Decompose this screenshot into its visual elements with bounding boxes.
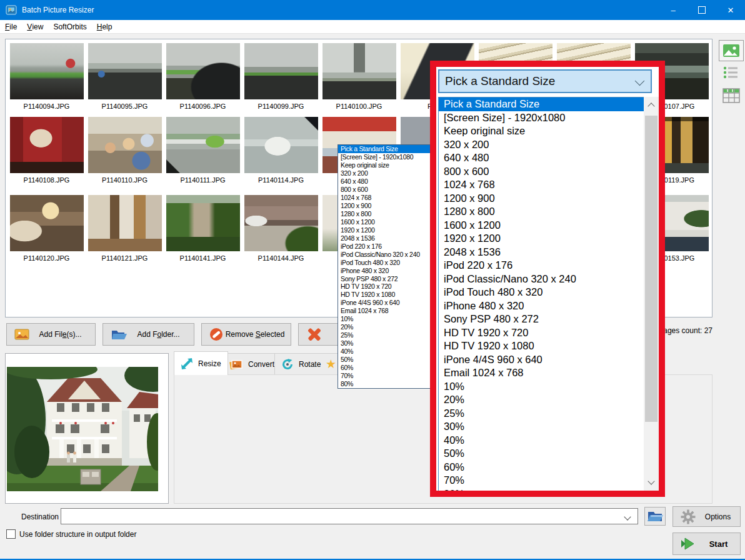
size-option[interactable]: iPone 4/4S 960 x 640: [439, 353, 654, 367]
maximize-button[interactable]: [688, 0, 716, 20]
thumbnail-item[interactable]: P1140114.JPG: [242, 117, 320, 184]
size-option[interactable]: Pick a Standard Size: [338, 145, 430, 153]
size-option[interactable]: 1024 x 768: [439, 178, 654, 192]
size-option[interactable]: 50%: [439, 447, 654, 461]
thumbnail-image[interactable]: [166, 43, 240, 99]
thumbnail-image[interactable]: [244, 195, 318, 251]
overlay-standard-size-combobox[interactable]: Pick a Standard Size: [438, 69, 652, 93]
thumbnail-item[interactable]: P1140108.JPG: [8, 117, 86, 184]
close-button[interactable]: ✕: [716, 0, 745, 20]
size-option[interactable]: Email 1024 x 768: [338, 307, 430, 315]
thumbnail-item[interactable]: P1140111.JPG: [164, 117, 242, 184]
size-option[interactable]: HD TV 1920 x 720: [439, 326, 654, 340]
size-option[interactable]: 1920 x 1200: [338, 226, 430, 234]
add-files-button[interactable]: Add File(s)...: [6, 323, 96, 346]
overlay-scrollbar[interactable]: [644, 97, 659, 491]
thumbnail-image[interactable]: [244, 117, 318, 173]
size-option[interactable]: 640 x 480: [338, 178, 430, 186]
thumbnails-view-button[interactable]: [719, 40, 744, 61]
size-option[interactable]: iPod Classic/Nano 320 x 240: [439, 272, 654, 286]
destination-input[interactable]: [61, 508, 638, 524]
size-option[interactable]: 320 x 200: [439, 138, 654, 152]
size-option[interactable]: 80%: [338, 380, 430, 388]
scroll-down-button[interactable]: [644, 474, 659, 491]
size-option[interactable]: 800 x 600: [439, 165, 654, 179]
size-option[interactable]: Sony PSP 480 x 272: [338, 275, 430, 283]
size-option[interactable]: 10%: [338, 315, 430, 323]
size-option[interactable]: [Screen Size] - 1920x1080: [338, 153, 430, 161]
size-option[interactable]: HD TV 1920 x 720: [338, 282, 430, 291]
menu-item[interactable]: View: [22, 20, 48, 33]
size-option[interactable]: 640 x 480: [439, 151, 654, 165]
size-option[interactable]: iPod Classic/Nano 320 x 240: [338, 251, 430, 259]
size-option[interactable]: iPod Touch 480 x 320: [338, 259, 430, 267]
thumbnail-image[interactable]: [322, 43, 396, 99]
remove-selected-button[interactable]: Remove Selected: [201, 323, 291, 346]
thumbnail-item[interactable]: P1140094.JPG: [8, 43, 86, 110]
size-option[interactable]: 40%: [338, 348, 430, 356]
size-option[interactable]: Sony PSP 480 x 272: [439, 312, 654, 326]
tab-convert[interactable]: Convert: [221, 353, 281, 375]
size-option[interactable]: 25%: [338, 331, 430, 339]
size-option[interactable]: 50%: [338, 356, 430, 364]
size-option[interactable]: 1280 x 800: [439, 205, 654, 219]
thumbnail-item[interactable]: P1140100.JPG: [320, 43, 398, 110]
scrollbar-thumb[interactable]: [645, 116, 658, 422]
thumbnail-item[interactable]: P1140141.JPG: [164, 195, 242, 262]
size-option[interactable]: Pick a Standard Size: [439, 98, 654, 111]
options-button[interactable]: Options: [672, 506, 741, 527]
thumbnail-image[interactable]: [88, 195, 162, 251]
thumbnail-item[interactable]: P1140110.JPG: [86, 117, 164, 184]
thumbnail-item[interactable]: P1140096.JPG: [164, 43, 242, 110]
list-view-button[interactable]: [722, 65, 739, 80]
table-view-button[interactable]: [722, 88, 740, 104]
tab-partial-hidden[interactable]: ★: [324, 353, 338, 376]
scroll-up-button[interactable]: [644, 97, 659, 113]
add-folder-button[interactable]: Add Folder...: [102, 323, 194, 346]
thumbnail-item[interactable]: P1140099.JPG: [242, 43, 320, 110]
size-option[interactable]: 20%: [338, 323, 430, 331]
size-option[interactable]: iPhone 480 x 320: [439, 299, 654, 313]
thumbnail-item[interactable]: P1140144.JPG: [242, 195, 320, 262]
size-option[interactable]: 800 x 600: [338, 186, 430, 194]
thumbnail-item[interactable]: P1140095.JPG: [86, 43, 164, 110]
thumbnail-image[interactable]: [88, 117, 162, 173]
thumbnail-image[interactable]: [10, 117, 84, 173]
size-option[interactable]: iPod 220 x 176: [338, 242, 430, 251]
size-option[interactable]: 80%: [439, 488, 654, 491]
menu-item[interactable]: File: [0, 20, 22, 33]
size-option[interactable]: 1600 x 1200: [439, 219, 654, 232]
size-option[interactable]: 70%: [439, 474, 654, 488]
size-option[interactable]: 30%: [439, 420, 654, 434]
size-option[interactable]: 1280 x 800: [338, 210, 430, 218]
minimize-button[interactable]: –: [659, 0, 688, 20]
folder-structure-option[interactable]: Use folder structure in output folder: [6, 529, 136, 539]
size-option[interactable]: iPhone 480 x 320: [338, 267, 430, 275]
start-button[interactable]: Start: [672, 532, 741, 555]
browse-folder-button[interactable]: [644, 507, 666, 526]
size-option[interactable]: 10%: [439, 380, 654, 394]
checkbox[interactable]: [6, 529, 16, 539]
size-option[interactable]: 25%: [439, 407, 654, 421]
thumbnail-image[interactable]: [244, 43, 318, 99]
size-option[interactable]: Keep original size: [338, 161, 430, 169]
size-option[interactable]: 40%: [439, 434, 654, 448]
size-option[interactable]: 320 x 200: [338, 169, 430, 178]
thumbnail-image[interactable]: [88, 43, 162, 99]
thumbnail-item[interactable]: P1140120.JPG: [8, 195, 86, 262]
size-option[interactable]: 60%: [338, 364, 430, 372]
size-option[interactable]: 1024 x 768: [338, 194, 430, 202]
size-option[interactable]: iPod 220 x 176: [439, 259, 654, 272]
menu-item[interactable]: SoftOrbits: [48, 20, 91, 33]
size-option[interactable]: 60%: [439, 461, 654, 474]
size-option[interactable]: iPod Touch 480 x 320: [439, 286, 654, 299]
size-option[interactable]: 1600 x 1200: [338, 218, 430, 226]
size-option[interactable]: Keep original size: [439, 124, 654, 138]
thumbnail-image[interactable]: [10, 43, 84, 99]
size-option[interactable]: 30%: [338, 339, 430, 348]
size-option[interactable]: HD TV 1920 x 1080: [338, 291, 430, 299]
size-option[interactable]: 2048 x 1536: [439, 246, 654, 259]
size-option[interactable]: iPone 4/4S 960 x 640: [338, 299, 430, 307]
size-option[interactable]: 1920 x 1200: [439, 232, 654, 246]
size-option[interactable]: 2048 x 1536: [338, 234, 430, 242]
